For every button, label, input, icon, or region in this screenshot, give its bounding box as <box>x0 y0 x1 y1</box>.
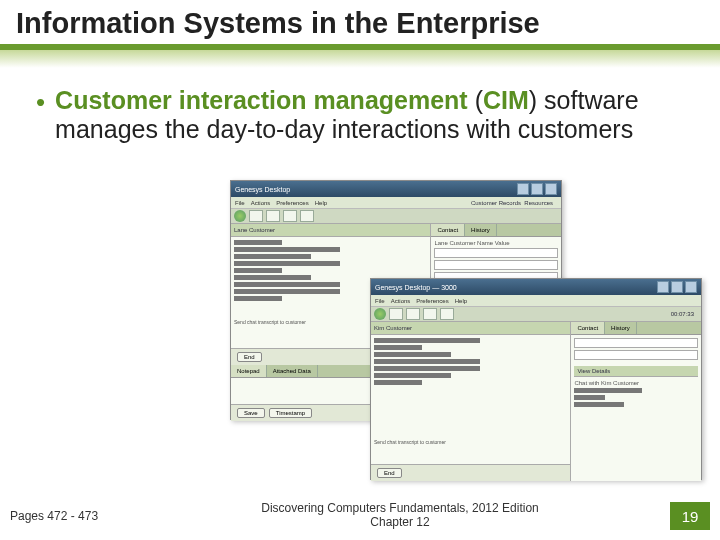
textbook-reference: Discovering Computers Fundamentals, 2012… <box>130 502 670 530</box>
menu-file: File <box>375 298 385 304</box>
screenshot-group: Genesys Desktop File Actions Preferences… <box>230 180 700 480</box>
window-titlebar: Genesys Desktop — 3000 <box>371 279 701 295</box>
book-title: Discovering Computers Fundamentals, 2012… <box>261 501 538 515</box>
contact-fields: View Details Chat with Kim Customer <box>571 335 701 481</box>
tab-contact: Contact <box>431 224 465 236</box>
send-transcript-label: Send chat transcript to customer <box>234 319 306 325</box>
key-term: Customer interaction management <box>55 86 468 114</box>
toolbar-button <box>249 210 263 222</box>
bullet-item: • Customer interaction management (CIM) … <box>36 86 692 145</box>
slide-title: Information Systems in the Enterprise <box>16 8 704 40</box>
bullet-dot: • <box>36 88 45 117</box>
timestamp-button: Timestamp <box>269 408 312 418</box>
right-tabs: Contact History <box>571 322 701 335</box>
panel-header: Kim Customer <box>371 322 570 335</box>
body-area: • Customer interaction management (CIM) … <box>0 72 720 145</box>
window-body: Kim Customer Send chat transcript to cus… <box>371 322 701 481</box>
close-icon <box>685 281 697 293</box>
chapter-ref: Chapter 12 <box>370 515 429 529</box>
chat-log <box>371 335 570 436</box>
tabs-right: Customer Records Resources <box>467 200 557 206</box>
right-pane: Contact History View Details Chat with K… <box>571 322 701 481</box>
toolbar-button <box>406 308 420 320</box>
toolbar-button <box>389 308 403 320</box>
window-title: Genesys Desktop — 3000 <box>375 284 655 291</box>
app-window-2: Genesys Desktop — 3000 File Actions Pref… <box>370 278 702 480</box>
text-field <box>434 248 558 258</box>
toolbar-button <box>440 308 454 320</box>
tab-customer-records: Customer Records <box>471 200 521 206</box>
end-button: End <box>237 352 262 362</box>
toolbar <box>231 209 561 224</box>
send-transcript-label: Send chat transcript to customer <box>374 439 446 445</box>
menu-file: File <box>235 200 245 206</box>
maximize-icon <box>671 281 683 293</box>
menu-actions: Actions <box>391 298 411 304</box>
window-titlebar: Genesys Desktop <box>231 181 561 197</box>
paren-open: ( <box>475 86 483 114</box>
acronym: CIM <box>483 86 529 114</box>
toolbar-button <box>266 210 280 222</box>
chat-input-area: Send chat transcript to customer <box>371 436 570 464</box>
right-tabs: Contact History <box>431 224 561 237</box>
panel-header: Lane Customer <box>231 224 430 237</box>
view-details-header: View Details <box>574 366 698 377</box>
menu-prefs: Preferences <box>416 298 448 304</box>
footer: Pages 472 - 473 Discovering Computers Fu… <box>0 502 720 530</box>
tab-resources: Resources <box>524 200 553 206</box>
menubar: File Actions Preferences Help <box>371 295 701 307</box>
close-icon <box>545 183 557 195</box>
toolbar-button <box>300 210 314 222</box>
slide: Information Systems in the Enterprise • … <box>0 0 720 540</box>
minimize-icon <box>517 183 529 195</box>
toolbar: 00:07:33 <box>371 307 701 322</box>
title-divider <box>0 44 720 72</box>
tab-history: History <box>465 224 497 236</box>
toolbar-button <box>283 210 297 222</box>
menubar: File Actions Preferences Help Customer R… <box>231 197 561 209</box>
title-area: Information Systems in the Enterprise <box>0 0 720 44</box>
menu-help: Help <box>455 298 467 304</box>
maximize-icon <box>531 183 543 195</box>
slide-number: 19 <box>670 502 710 530</box>
save-button: Save <box>237 408 265 418</box>
text-field <box>434 260 558 270</box>
menu-prefs: Preferences <box>276 200 308 206</box>
call-timer: 00:07:33 <box>667 311 698 317</box>
end-button: End <box>377 468 402 478</box>
menu-help: Help <box>315 200 327 206</box>
tab: Attached Data <box>267 365 318 377</box>
field-label: Lane Customer Name Value <box>434 240 509 246</box>
tab: Notepad <box>231 365 267 377</box>
page-reference: Pages 472 - 473 <box>10 509 130 523</box>
text-field <box>574 350 698 360</box>
chat-label: Chat with Kim Customer <box>574 380 639 386</box>
tab-contact: Contact <box>571 322 605 334</box>
left-pane: Kim Customer Send chat transcript to cus… <box>371 322 571 481</box>
bullet-text: Customer interaction management (CIM) so… <box>55 86 692 145</box>
window-title: Genesys Desktop <box>235 186 515 193</box>
menu-actions: Actions <box>251 200 271 206</box>
minimize-icon <box>657 281 669 293</box>
toolbar-button <box>423 308 437 320</box>
logo-icon <box>234 210 246 222</box>
button-bar: End <box>371 464 570 481</box>
logo-icon <box>374 308 386 320</box>
text-field <box>574 338 698 348</box>
tab-history: History <box>605 322 637 334</box>
paren-close: ) <box>529 86 537 114</box>
